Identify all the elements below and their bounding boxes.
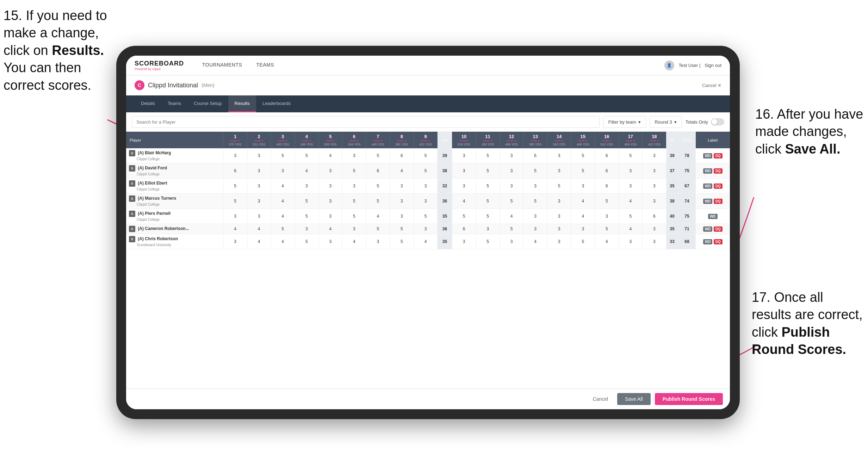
tab-details[interactable]: Details (135, 95, 161, 112)
hole-17-score[interactable]: 3 (619, 163, 643, 179)
hole-16-score[interactable]: 6 (595, 163, 619, 179)
hole-1-score[interactable]: 6 (223, 163, 247, 179)
hole-11-score[interactable]: 5 (476, 209, 500, 224)
hole-14-score[interactable]: 3 (547, 234, 571, 249)
hole-5-score[interactable]: 3 (318, 163, 342, 179)
hole-7-score[interactable]: 6 (366, 163, 390, 179)
wd-label[interactable]: WD (703, 168, 713, 174)
hole-11-score[interactable]: 3 (476, 224, 500, 234)
hole-5-score[interactable]: 3 (318, 194, 342, 209)
hole-10-score[interactable]: 6 (452, 224, 476, 234)
hole-9-score[interactable]: 3 (414, 194, 438, 209)
wd-label[interactable]: WD (703, 153, 713, 158)
hole-8-score[interactable]: 6 (390, 148, 414, 163)
hole-11-score[interactable]: 5 (476, 234, 500, 249)
hole-3-score[interactable]: 5 (271, 224, 295, 234)
hole-13-score[interactable]: 5 (523, 194, 547, 209)
dq-label[interactable]: DQ (714, 226, 723, 232)
hole-4-score[interactable]: 5 (294, 209, 318, 224)
hole-9-score[interactable]: 4 (414, 234, 438, 249)
hole-3-score[interactable]: 4 (271, 209, 295, 224)
hole-7-score[interactable]: 5 (366, 224, 390, 234)
tab-results[interactable]: Results (228, 95, 256, 112)
hole-4-score[interactable]: 4 (294, 163, 318, 179)
nav-teams[interactable]: TEAMS (249, 56, 281, 75)
hole-17-score[interactable]: 3 (619, 179, 643, 194)
hole-16-score[interactable]: 6 (595, 148, 619, 163)
hole-6-score[interactable]: 3 (342, 224, 366, 234)
hole-7-score[interactable]: 4 (366, 209, 390, 224)
wd-label[interactable]: WD (708, 214, 718, 219)
hole-12-score[interactable]: 3 (500, 163, 523, 179)
hole-15-score[interactable]: 5 (571, 163, 595, 179)
hole-5-score[interactable]: 4 (318, 148, 342, 163)
round-selector[interactable]: Round 3 ▾ (650, 116, 682, 128)
hole-9-score[interactable]: 3 (414, 179, 438, 194)
hole-15-score[interactable]: 5 (571, 234, 595, 249)
hole-7-score[interactable]: 5 (366, 179, 390, 194)
dq-label[interactable]: DQ (714, 168, 723, 174)
hole-2-score[interactable]: 3 (247, 194, 271, 209)
hole-11-score[interactable]: 5 (476, 179, 500, 194)
hole-2-score[interactable]: 3 (247, 209, 271, 224)
hole-16-score[interactable]: 3 (595, 209, 619, 224)
filter-by-team-button[interactable]: Filter by team ▾ (603, 116, 646, 128)
hole-18-score[interactable]: 6 (643, 209, 666, 224)
hole-7-score[interactable]: 5 (366, 194, 390, 209)
hole-13-score[interactable]: 4 (523, 234, 547, 249)
hole-4-score[interactable]: 5 (294, 234, 318, 249)
hole-13-score[interactable]: 3 (523, 224, 547, 234)
dq-label[interactable]: DQ (714, 239, 723, 244)
hole-9-score[interactable]: 3 (414, 224, 438, 234)
hole-15-score[interactable]: 3 (571, 179, 595, 194)
hole-14-score[interactable]: 3 (547, 163, 571, 179)
hole-8-score[interactable]: 3 (390, 209, 414, 224)
hole-13-score[interactable]: 5 (523, 163, 547, 179)
hole-12-score[interactable]: 5 (500, 224, 523, 234)
hole-4-score[interactable]: 5 (294, 194, 318, 209)
hole-10-score[interactable]: 3 (452, 234, 476, 249)
hole-4-score[interactable]: 3 (294, 224, 318, 234)
hole-14-score[interactable]: 3 (547, 224, 571, 234)
hole-7-score[interactable]: 3 (366, 234, 390, 249)
hole-18-score[interactable]: 3 (643, 224, 666, 234)
hole-12-score[interactable]: 3 (500, 179, 523, 194)
hole-4-score[interactable]: 3 (294, 179, 318, 194)
hole-6-score[interactable]: 5 (342, 209, 366, 224)
hole-6-score[interactable]: 3 (342, 148, 366, 163)
hole-16-score[interactable]: 5 (595, 194, 619, 209)
hole-15-score[interactable]: 5 (571, 148, 595, 163)
hole-14-score[interactable]: 5 (547, 179, 571, 194)
hole-13-score[interactable]: 6 (523, 148, 547, 163)
hole-1-score[interactable]: 4 (223, 224, 247, 234)
hole-4-score[interactable]: 5 (294, 148, 318, 163)
hole-13-score[interactable]: 3 (523, 209, 547, 224)
hole-18-score[interactable]: 3 (643, 148, 666, 163)
hole-9-score[interactable]: 5 (414, 163, 438, 179)
hole-6-score[interactable]: 3 (342, 179, 366, 194)
hole-13-score[interactable]: 3 (523, 179, 547, 194)
wd-label[interactable]: WD (703, 226, 713, 232)
hole-1-score[interactable]: 5 (223, 194, 247, 209)
hole-10-score[interactable]: 3 (452, 179, 476, 194)
hole-18-score[interactable]: 3 (643, 179, 666, 194)
hole-10-score[interactable]: 5 (452, 209, 476, 224)
hole-17-score[interactable]: 3 (619, 234, 643, 249)
hole-16-score[interactable]: 5 (595, 224, 619, 234)
hole-9-score[interactable]: 5 (414, 209, 438, 224)
hole-10-score[interactable]: 3 (452, 163, 476, 179)
hole-2-score[interactable]: 3 (247, 179, 271, 194)
hole-6-score[interactable]: 4 (342, 234, 366, 249)
cancel-footer-button[interactable]: Cancel (588, 393, 613, 405)
hole-8-score[interactable]: 4 (390, 163, 414, 179)
hole-1-score[interactable]: 5 (223, 179, 247, 194)
tab-course-setup[interactable]: Course Setup (187, 95, 228, 112)
hole-15-score[interactable]: 3 (571, 224, 595, 234)
hole-10-score[interactable]: 3 (452, 148, 476, 163)
hole-1-score[interactable]: 3 (223, 148, 247, 163)
hole-15-score[interactable]: 4 (571, 209, 595, 224)
cancel-button[interactable]: Cancel ✕ (702, 83, 721, 88)
hole-8-score[interactable]: 3 (390, 194, 414, 209)
hole-14-score[interactable]: 3 (547, 209, 571, 224)
wd-label[interactable]: WD (703, 199, 713, 204)
